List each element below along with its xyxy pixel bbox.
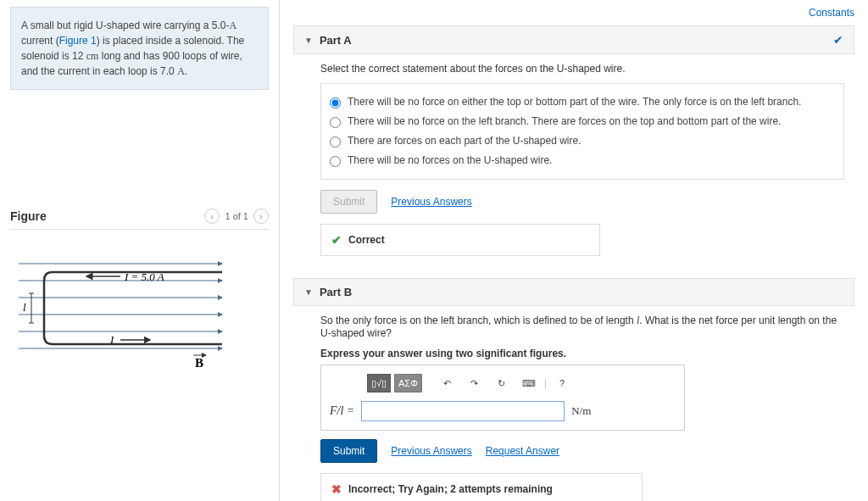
right-panel: Constants ▼ Part A ✔ Select the correct … — [280, 0, 868, 501]
undo-button[interactable]: ↶ — [436, 374, 459, 392]
option-2[interactable]: There will be no force on the left branc… — [330, 112, 835, 131]
constants-link[interactable]: Constants — [809, 7, 854, 19]
figure-image: I = 5.0 A l I B — [10, 247, 231, 374]
answer-box: ▯√▯ ΑΣΦ ↶ ↷ ↻ ⌨ | ? F/l = N/m — [320, 365, 685, 431]
redo-button[interactable]: ↷ — [463, 374, 487, 392]
variable-label: F/l = — [330, 404, 354, 418]
figure-i-label: I = 5.0 A — [124, 270, 164, 283]
svg-text:l: l — [23, 301, 26, 314]
answer-input[interactable] — [361, 401, 565, 421]
radio-4[interactable] — [330, 156, 341, 167]
figure-counter: 1 of 1 — [225, 211, 248, 221]
collapse-icon: ▼ — [304, 36, 313, 45]
unit-label: N/m — [571, 404, 591, 418]
keyboard-button[interactable]: ⌨ — [517, 374, 541, 392]
figure-nav: ‹ 1 of 1 › — [204, 209, 269, 224]
incorrect-icon: ✖ — [331, 482, 342, 496]
part-a-body: Select the correct statement about the f… — [293, 63, 854, 278]
figure-title: Figure — [10, 209, 47, 223]
reset-button[interactable]: ↻ — [490, 374, 514, 392]
help-button[interactable]: ? — [550, 374, 574, 392]
part-a-previous-answers-link[interactable]: Previous Answers — [391, 196, 471, 208]
figure-prev-button[interactable]: ‹ — [204, 209, 220, 224]
check-icon: ✔ — [833, 33, 843, 47]
collapse-icon: ▼ — [304, 287, 313, 297]
express-instruction: Express your answer using two significan… — [320, 348, 844, 359]
symbols-button[interactable]: ΑΣΦ — [394, 374, 422, 392]
part-a-header[interactable]: ▼ Part A ✔ — [293, 25, 854, 54]
part-b-title: Part B — [320, 286, 352, 298]
figure-link[interactable]: Figure 1 — [59, 35, 97, 47]
svg-text:B: B — [195, 356, 203, 370]
radio-1[interactable] — [330, 97, 341, 109]
figure-next-button[interactable]: › — [253, 209, 269, 224]
option-3[interactable]: There are forces on each part of the U-s… — [330, 131, 835, 151]
correct-icon: ✔ — [331, 233, 342, 247]
part-b-instruction: So the only force is on the left branch,… — [320, 315, 844, 339]
part-b-header[interactable]: ▼ Part B — [293, 278, 854, 306]
figure-section: Figure ‹ 1 of 1 › — [10, 209, 269, 374]
part-a-submit-button: Submit — [320, 190, 377, 214]
part-b-submit-button[interactable]: Submit — [320, 439, 377, 463]
request-answer-link[interactable]: Request Answer — [486, 445, 559, 457]
part-a-feedback: ✔ Correct — [320, 224, 600, 256]
option-1[interactable]: There will be no force on either the top… — [330, 92, 835, 112]
options-box: There will be no force on either the top… — [320, 83, 844, 180]
part-b-body: So the only force is on the left branch,… — [293, 315, 854, 501]
part-a-title: Part A — [320, 34, 352, 47]
part-b-feedback: ✖ Incorrect; Try Again; 2 attempts remai… — [320, 473, 643, 501]
problem-statement: A small but rigid U-shaped wire carrying… — [10, 7, 269, 90]
part-a-instruction: Select the correct statement about the f… — [320, 63, 844, 75]
left-panel: A small but rigid U-shaped wire carrying… — [0, 0, 280, 501]
option-4[interactable]: There will be no forces on the U-shaped … — [330, 151, 835, 170]
answer-toolbar: ▯√▯ ΑΣΦ ↶ ↷ ↻ ⌨ | ? — [330, 374, 676, 392]
radio-2[interactable] — [330, 117, 341, 128]
svg-text:I: I — [109, 333, 114, 346]
part-b-previous-answers-link[interactable]: Previous Answers — [391, 445, 471, 457]
radio-3[interactable] — [330, 136, 341, 148]
template-button[interactable]: ▯√▯ — [367, 374, 391, 392]
